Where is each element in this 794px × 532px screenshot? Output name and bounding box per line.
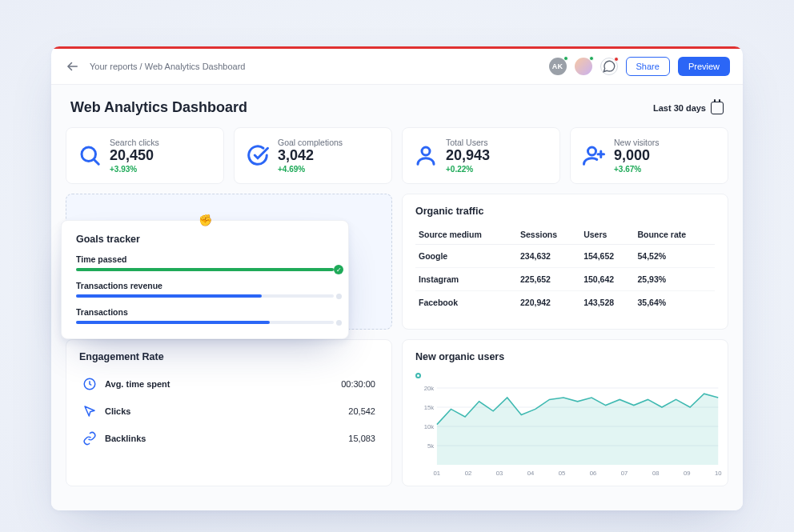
organic-traffic-card: Organic traffic Source medium Sessions U… [402,194,728,330]
svg-text:02: 02 [465,469,472,476]
goals-tracker-title: Goals tracker [76,234,334,245]
table-header-row: Source medium Sessions Users Bounce rate [415,225,715,245]
breadcrumb-current[interactable]: Web Analytics Dashboard [145,62,246,71]
col-users[interactable]: Users [580,225,634,245]
goals-tracker-widget[interactable]: ✊ Goals tracker Time passed ✓ Transactio… [61,220,349,339]
kpi-total-users[interactable]: Total Users 20,943 +0.22% [402,127,560,184]
new-organic-users-card: New organic users 5k10k15k20k01020304050… [402,339,728,486]
goal-row-transactions: Transactions [76,307,334,324]
organic-traffic-table: Source medium Sessions Users Bounce rate… [415,225,715,314]
svg-text:06: 06 [590,469,597,476]
goal-row-transactions-revenue: Transactions revenue [76,281,334,298]
svg-point-4 [588,147,596,155]
search-icon [78,143,102,167]
avatar-user-initials[interactable]: AK [549,58,567,75]
comments-button[interactable] [600,58,618,75]
kpi-label: Total Users [446,138,490,147]
progress-fill [76,294,262,298]
col-source[interactable]: Source medium [415,225,517,245]
table-row[interactable]: Instagram 225,652 150,642 25,93% [415,267,715,290]
page-title: Web Analytics Dashboard [70,99,247,116]
progress-cap [334,291,343,301]
kpi-delta: +4.69% [278,165,343,174]
svg-text:05: 05 [559,469,566,476]
goal-row-time-passed: Time passed ✓ [76,254,334,271]
kpi-value: 3,042 [278,147,343,165]
kpi-goal-completions[interactable]: Goal completions 3,042 +4.69% [234,127,392,184]
progress-bar: ✓ [76,268,334,271]
col-sessions[interactable]: Sessions [517,225,580,245]
kpi-value: 20,943 [446,147,490,165]
svg-point-3 [422,147,430,155]
new-organic-users-title: New organic users [415,351,723,362]
engagement-rate-title: Engagement Rate [79,351,379,362]
back-arrow-icon[interactable] [64,59,82,74]
svg-text:07: 07 [621,469,628,476]
progress-fill [76,321,270,324]
svg-text:03: 03 [496,469,503,476]
engagement-row-clicks: Clicks 20,542 [79,398,379,425]
preview-button[interactable]: Preview [678,57,730,76]
svg-text:10: 10 [715,469,722,476]
kpi-delta: +3.93% [110,165,159,174]
progress-cap [334,318,343,327]
kpi-row: Search clicks 20,450 +3.93% Goal complet… [66,127,728,184]
kpi-delta: +3.67% [614,165,660,174]
kpi-new-visitors[interactable]: New visitors 9,000 +3.67% [570,127,728,184]
svg-text:15k: 15k [424,403,434,410]
progress-cap: ✓ [334,265,343,274]
svg-text:01: 01 [434,469,441,476]
date-range-label: Last 30 days [653,103,706,113]
link-icon [82,431,97,446]
engagement-row-backlinks: Backlinks 15,083 [79,425,379,452]
svg-text:08: 08 [652,469,660,476]
kpi-value: 9,000 [614,147,660,165]
kpi-label: Search clicks [110,138,159,147]
kpi-search-clicks[interactable]: Search clicks 20,450 +3.93% [66,127,224,184]
kpi-value: 20,450 [110,147,159,165]
header-bar: Your reports / Web Analytics Dashboard A… [51,49,743,85]
chart-legend-dot-icon [415,373,421,378]
user-icon [414,143,438,167]
kpi-label: New visitors [614,138,660,147]
table-row[interactable]: Google 234,632 154,652 54,52% [415,244,715,267]
organic-traffic-title: Organic traffic [415,206,715,217]
cursor-click-icon [82,404,97,418]
breadcrumb-root[interactable]: Your reports [90,62,138,71]
kpi-label: Goal completions [278,138,343,147]
user-plus-icon [582,143,606,167]
svg-text:09: 09 [684,469,691,476]
col-bounce[interactable]: Bounce rate [634,225,715,245]
new-organic-users-chart[interactable]: 5k10k15k20k01020304050607080910 [415,385,723,478]
progress-fill [76,268,334,271]
svg-line-2 [94,160,98,165]
kpi-delta: +0.22% [446,165,490,174]
check-circle-icon [246,143,270,167]
avatar-user-photo[interactable] [575,58,592,75]
grab-cursor-icon: ✊ [198,214,212,226]
breadcrumb[interactable]: Your reports / Web Analytics Dashboard [90,62,245,71]
idle-dot-icon [336,320,342,326]
svg-text:5k: 5k [427,442,434,449]
engagement-row-time: Avg. time spent 00:30:00 [79,370,379,398]
svg-text:10k: 10k [424,422,434,430]
calendar-icon [711,102,724,114]
svg-text:04: 04 [527,469,535,476]
presence-dot-icon [589,56,594,61]
date-range-picker[interactable]: Last 30 days [653,102,724,114]
idle-dot-icon [336,294,342,299]
share-button[interactable]: Share [626,57,670,76]
progress-bar [76,294,334,298]
svg-text:20k: 20k [424,385,434,392]
progress-bar [76,321,334,324]
presence-dot-icon [563,56,568,61]
notification-dot-icon [614,57,619,62]
check-icon: ✓ [334,265,343,274]
table-row[interactable]: Facebook 220,942 143,528 35,64% [415,290,715,314]
clock-icon [82,377,97,391]
engagement-rate-card: Engagement Rate Avg. time spent 00:30:00… [66,339,392,486]
